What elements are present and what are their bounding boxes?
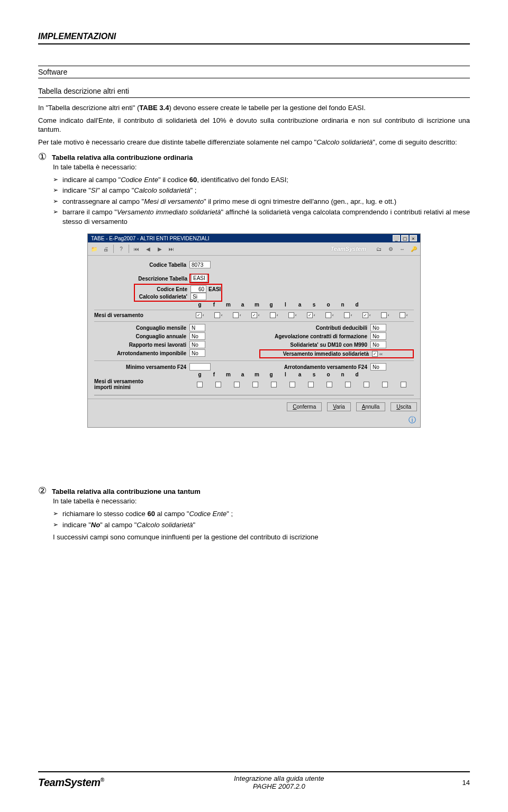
month-checkbox[interactable] <box>197 382 203 387</box>
paragraph-last: I successivi campi sono comunque ininflu… <box>53 533 470 542</box>
maximize-icon[interactable]: ▢ <box>401 235 409 241</box>
month-header: f <box>207 302 221 308</box>
field-value[interactable]: No <box>370 332 386 340</box>
paragraph-3: Per tale motivo è necessario creare due … <box>38 138 470 147</box>
print-icon[interactable]: 🖨 <box>102 245 110 253</box>
varia-button[interactable]: Varia <box>327 402 351 411</box>
month-checkbox[interactable] <box>401 382 406 387</box>
info-icon[interactable]: ⓘ <box>88 414 420 427</box>
numbered-item-1: ① Tabella relativa alla contribuzione or… <box>38 151 470 163</box>
month-header: a <box>235 372 250 377</box>
month-header: n <box>335 372 350 377</box>
month-checkbox[interactable] <box>326 382 332 387</box>
chevron-left-icon: ‹ <box>406 313 408 318</box>
month-header: d <box>350 372 364 377</box>
folder-icon[interactable]: 📁 <box>90 245 98 253</box>
month-checkbox[interactable] <box>345 382 351 387</box>
codice-ente-field[interactable]: 60 <box>190 285 206 293</box>
page-footer: TeamSystem® Integrazione alla guida uten… <box>38 771 470 791</box>
stack-icon[interactable]: 🗂 <box>375 245 383 253</box>
chevron-left-icon: ‹ <box>351 313 352 318</box>
mesi-minimi-label: Mesi di versamento importi minimi <box>94 378 155 390</box>
month-checkbox[interactable] <box>288 312 294 318</box>
month-checkbox[interactable]: ✓ <box>362 312 368 318</box>
month-checkbox[interactable] <box>289 382 295 387</box>
field-value[interactable]: No <box>370 324 386 331</box>
codice-tabella-label: Codice Tabella <box>94 262 189 268</box>
conferma-button[interactable]: Conferma <box>287 402 322 411</box>
month-checkbox[interactable] <box>252 382 258 387</box>
calcolo-solidarieta-label: Calcolo solidarieta' <box>135 294 190 300</box>
field-value[interactable]: N <box>189 324 205 331</box>
circled-one-icon: ① <box>38 151 47 163</box>
field-value[interactable]: No <box>189 332 205 340</box>
month-header: m <box>250 302 264 308</box>
month-checkbox[interactable] <box>364 382 369 387</box>
month-checkbox[interactable] <box>233 312 239 318</box>
arr-f24-label: Arrotondamento versamento F24 <box>259 364 370 370</box>
month-checkbox[interactable]: ✓ <box>251 312 257 318</box>
window-title: TABE - E-Pag2007 - ALTRI ENTI PREVIDENZI… <box>91 236 210 241</box>
arrows-icon[interactable]: ↔ <box>398 245 406 253</box>
prev-icon[interactable]: ◀ <box>144 245 152 253</box>
month-checkbox[interactable] <box>214 312 220 318</box>
list-item: contrassegnare al campo "Mesi di versame… <box>53 197 470 206</box>
month-header: s <box>307 302 321 308</box>
month-checkbox[interactable] <box>344 312 350 318</box>
month-checkbox[interactable] <box>270 312 276 318</box>
month-header: g <box>264 302 278 308</box>
uscita-button[interactable]: Uscita <box>391 402 417 411</box>
month-checkbox[interactable] <box>400 312 405 318</box>
paragraph-1: In "Tabella descrizione altri enti" (TAB… <box>38 103 470 113</box>
month-header: g <box>193 302 207 308</box>
chevron-left-icon: ‹ <box>388 313 389 318</box>
numbered-item-2: ② Tabella relativa alla contribuzione un… <box>38 485 470 497</box>
help-icon[interactable]: ? <box>117 245 125 253</box>
intro-1: In tale tabella è necessario: <box>53 163 470 172</box>
field-label: Conguaglio mensile <box>94 325 189 331</box>
first-icon[interactable]: ⏮ <box>132 245 141 253</box>
list-item: indicare "No" al campo "Calcolo solidari… <box>53 520 470 530</box>
month-header: m <box>221 302 235 308</box>
paragraph-2: Come indicato dall'Ente, il contributo d… <box>38 116 470 134</box>
month-checkbox[interactable] <box>308 382 314 387</box>
mesi-versamento-row: Mesi di versamento ✓‹‹‹✓‹‹‹✓‹‹‹✓‹‹‹ <box>94 312 414 318</box>
month-checkbox[interactable] <box>234 382 240 387</box>
month-checkbox[interactable]: ✓ <box>307 312 313 318</box>
descrizione-field[interactable]: EASI <box>191 274 207 282</box>
close-icon[interactable]: × <box>410 235 417 241</box>
versamento-immediato-checkbox[interactable]: ✓ <box>372 351 378 357</box>
month-header: a <box>293 372 307 377</box>
page-number: 14 <box>454 779 470 787</box>
next-icon[interactable]: ▶ <box>156 245 164 253</box>
month-checkbox[interactable] <box>325 312 331 318</box>
field-label: Conguaglio annuale <box>94 333 189 339</box>
field-value[interactable]: No <box>189 341 205 348</box>
chevron-left-icon: ‹ <box>277 313 278 318</box>
key-icon[interactable]: 🔑 <box>410 245 418 253</box>
arr-f24-field[interactable]: No <box>370 363 386 371</box>
month-checkbox[interactable]: ✓ <box>196 312 202 318</box>
month-checkbox[interactable] <box>215 382 221 387</box>
codice-tabella-field[interactable]: 8073 <box>189 261 211 268</box>
calcolo-solidarieta-field[interactable]: Si <box>190 293 206 300</box>
chevron-left-icon: ‹ <box>295 313 297 318</box>
software-label: Software <box>38 66 470 78</box>
month-checkbox[interactable] <box>271 382 277 387</box>
section-rule <box>38 97 470 98</box>
chevron-left-icon: ‹ <box>258 313 260 318</box>
month-header: m <box>250 372 264 377</box>
minimize-icon[interactable]: _ <box>393 235 400 241</box>
month-headers-2: gfmamglasond <box>193 372 414 377</box>
highlight-box: EASI <box>189 274 209 283</box>
gear-icon[interactable]: ⚙ <box>386 245 395 253</box>
last-icon[interactable]: ⏭ <box>167 245 176 253</box>
section-title: Tabella descrizione altri enti <box>38 87 470 95</box>
field-value[interactable]: No <box>189 349 205 357</box>
annulla-button[interactable]: Annulla <box>356 402 385 411</box>
field-value[interactable]: No <box>370 341 386 348</box>
min-f24-field[interactable] <box>189 363 211 371</box>
month-checkbox[interactable] <box>381 312 387 318</box>
month-checkbox[interactable] <box>382 382 388 387</box>
month-header: n <box>335 302 350 308</box>
